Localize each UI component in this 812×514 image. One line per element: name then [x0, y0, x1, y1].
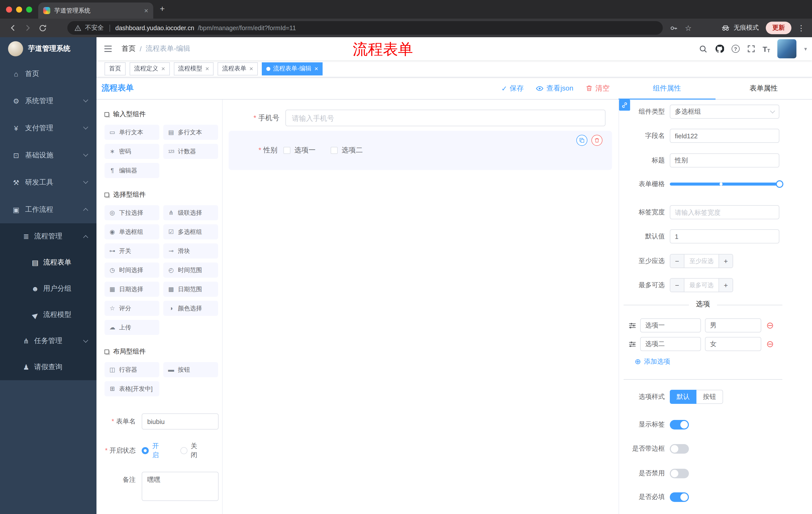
sidebar-item-process-management[interactable]: ≣ 流程管理	[0, 223, 96, 249]
drag-handle-icon[interactable]	[629, 340, 636, 348]
tag-close-icon[interactable]: ×	[315, 65, 318, 72]
sidebar-item-leave-query[interactable]: ♟ 请假查询	[0, 354, 96, 380]
disabled-toggle[interactable]	[670, 468, 689, 478]
grid-slider[interactable]	[670, 183, 779, 186]
tag-close-icon[interactable]: ×	[205, 65, 209, 72]
clear-button[interactable]: 清空	[585, 84, 609, 93]
label-width-input[interactable]	[670, 205, 779, 219]
stepper-plus-button[interactable]: +	[719, 254, 733, 268]
sidebar-item-process-model[interactable]: ▶ 流程模型	[0, 302, 96, 328]
sidebar-item-task-management[interactable]: ⋔ 任务管理	[0, 328, 96, 354]
sidebar-item-devtools[interactable]: ⚒ 研发工具	[0, 169, 96, 196]
tag-process-form-edit[interactable]: 流程表单-编辑 ×	[262, 62, 323, 75]
palette-item-radio-group[interactable]: ◉单选框组	[105, 224, 159, 239]
stepper-minus-button[interactable]: −	[670, 279, 684, 292]
stepper-minus-button[interactable]: −	[670, 254, 684, 268]
palette-item-cascader[interactable]: ⋔级联选择	[163, 205, 218, 220]
palette-item-time-range[interactable]: ◴时间范围	[163, 263, 218, 278]
hamburger-icon[interactable]	[104, 44, 113, 53]
tag-process-model[interactable]: 流程模型 ×	[174, 62, 213, 75]
status-radio-on[interactable]: 开启	[142, 441, 165, 460]
palette-item-upload[interactable]: ☁上传	[105, 320, 159, 335]
window-minimize-button[interactable]	[16, 6, 22, 12]
palette-item-counter[interactable]: 123计数器	[163, 144, 218, 159]
font-size-icon[interactable]: TT	[763, 45, 770, 53]
gender-option-1[interactable]: 选项一	[283, 146, 316, 155]
browser-update-button[interactable]: 更新	[766, 22, 791, 34]
palette-item-rich-editor[interactable]: ¶编辑器	[105, 163, 159, 178]
form-name-input[interactable]	[142, 413, 219, 430]
palette-item-password[interactable]: ∗密码	[105, 144, 159, 159]
palette-item-button[interactable]: ▬按钮	[163, 362, 218, 377]
link-button[interactable]	[619, 100, 630, 111]
avatar-caret-icon[interactable]: ▾	[804, 46, 807, 52]
address-bar[interactable]: 不安全 dashboard.yudao.iocoder.cn /bpm/mana…	[67, 21, 663, 35]
component-type-select[interactable]: 多选框组	[670, 105, 779, 119]
checkbox-icon[interactable]	[330, 147, 338, 154]
title-input[interactable]	[670, 154, 779, 167]
remove-option-icon[interactable]: ⊖	[766, 321, 774, 330]
sidebar-item-workflow[interactable]: ▣ 工作流程	[0, 196, 96, 223]
form-remark-textarea[interactable]: 嘿嘿	[142, 472, 219, 501]
sidebar-item-payment[interactable]: ¥ 支付管理	[0, 115, 96, 142]
option-label-input[interactable]	[640, 318, 701, 332]
sidebar-item-dashboard[interactable]: ⌂ 首页	[0, 60, 96, 87]
field-name-input[interactable]	[670, 129, 779, 143]
status-radio-off[interactable]: 关闭	[180, 441, 203, 460]
reload-icon[interactable]	[35, 21, 50, 35]
fullscreen-icon[interactable]	[747, 45, 755, 53]
add-option-button[interactable]: ⊕ 添加选项	[635, 357, 670, 366]
github-icon[interactable]	[715, 44, 724, 53]
remove-option-icon[interactable]: ⊖	[766, 340, 774, 349]
security-label[interactable]: 不安全	[85, 24, 104, 32]
default-value-input[interactable]	[670, 229, 779, 243]
user-avatar[interactable]	[778, 39, 797, 58]
duplicate-field-button[interactable]	[576, 135, 587, 146]
option-label-input[interactable]	[640, 337, 701, 351]
canvas-field-phone[interactable]: 手机号	[228, 110, 606, 126]
sidebar-item-process-form[interactable]: ▤ 流程表单	[0, 249, 96, 276]
search-icon[interactable]	[699, 45, 707, 53]
window-close-button[interactable]	[6, 6, 12, 12]
browser-tab[interactable]: 芋道管理系统 ×	[38, 2, 153, 19]
tag-close-icon[interactable]: ×	[161, 65, 165, 72]
palette-item-slider[interactable]: ⊸滑块	[163, 243, 218, 259]
palette-item-rate[interactable]: ☆评分	[105, 301, 159, 316]
option-value-input[interactable]	[705, 318, 761, 332]
palette-item-select-dropdown[interactable]: ◎下拉选择	[105, 205, 159, 220]
palette-item-date-range[interactable]: ▩日期范围	[163, 282, 218, 297]
tab-close-icon[interactable]: ×	[144, 7, 148, 14]
palette-item-color-picker[interactable]: ◑颜色选择	[163, 301, 218, 316]
border-toggle[interactable]	[670, 444, 689, 453]
palette-item-multi-line-text[interactable]: ▤多行文本	[163, 125, 218, 140]
sidebar-item-user-group[interactable]: ☻ 用户分组	[0, 276, 96, 302]
browser-menu-icon[interactable]: ⋮	[798, 23, 805, 32]
window-zoom-button[interactable]	[26, 6, 32, 12]
palette-item-table[interactable]: ⊞表格[开发中]	[105, 381, 159, 396]
bookmark-star-icon[interactable]: ☆	[685, 23, 692, 32]
tag-home[interactable]: 首页	[105, 62, 126, 75]
style-default-button[interactable]: 默认	[670, 390, 696, 404]
canvas-field-gender-selected[interactable]: 性别 选项一 选项二	[229, 131, 612, 170]
drag-handle-icon[interactable]	[629, 322, 636, 329]
app-logo[interactable]: 芋道管理系统	[0, 37, 96, 60]
phone-input[interactable]	[285, 110, 606, 126]
tab-form-props[interactable]: 表单属性	[715, 77, 812, 99]
tag-process-form[interactable]: 流程表单 ×	[218, 62, 258, 75]
form-canvas[interactable]: 手机号 性别 选项一 选项二	[223, 100, 618, 514]
tab-component-props[interactable]: 组件属性	[618, 77, 715, 99]
sidebar-item-infrastructure[interactable]: ⊡ 基础设施	[0, 142, 96, 169]
back-icon[interactable]	[5, 21, 20, 35]
palette-item-row-container[interactable]: ◫行容器	[105, 362, 159, 377]
style-button-button[interactable]: 按钮	[696, 390, 723, 404]
min-select-value[interactable]: 至少应选	[684, 254, 719, 268]
palette-item-date-picker[interactable]: ▦日期选择	[105, 282, 159, 297]
palette-item-time-picker[interactable]: ◷时间选择	[105, 263, 159, 278]
forward-icon[interactable]	[20, 21, 35, 35]
delete-field-button[interactable]	[591, 135, 603, 146]
new-tab-button[interactable]: +	[160, 4, 165, 14]
required-toggle[interactable]	[670, 492, 689, 502]
password-key-icon[interactable]	[670, 24, 678, 32]
slider-handle[interactable]	[776, 180, 783, 188]
breadcrumb-home[interactable]: 首页	[122, 44, 136, 53]
